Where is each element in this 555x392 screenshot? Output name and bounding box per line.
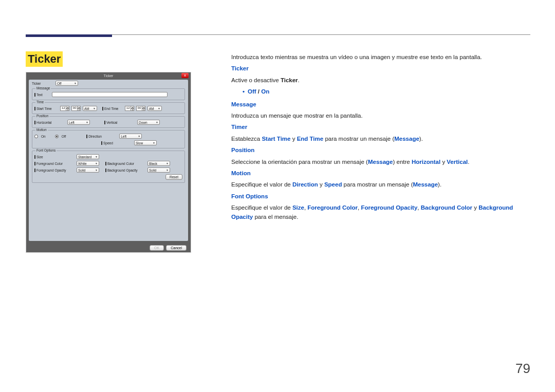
page-number: 79 <box>515 361 530 377</box>
motion-fieldset: Motion <box>35 128 48 132</box>
fg-color-label: Foreground Color <box>36 162 63 165</box>
header-accent <box>26 34 112 37</box>
fg-opacity-label: Foreground Opacity <box>36 169 66 172</box>
fg-color-select[interactable]: White▼ <box>77 161 99 166</box>
fg-opacity-select[interactable]: Solid▼ <box>77 167 99 173</box>
off-label: Off <box>62 135 66 138</box>
end-hour-stepper[interactable]: 12▴▾ <box>125 106 134 111</box>
description-column: Introduzca texto mientras se muestra un … <box>231 52 528 224</box>
size-select[interactable]: Standard▼ <box>77 154 99 159</box>
motion-off-radio[interactable] <box>55 135 59 138</box>
direction-label: Direction <box>88 135 102 138</box>
timer-heading: Timer <box>231 122 528 132</box>
message-heading: Message <box>231 100 528 109</box>
motion-heading: Motion <box>231 169 528 178</box>
start-min-stepper[interactable]: 00▴▾ <box>71 106 81 111</box>
on-label: On <box>41 135 46 138</box>
cancel-button[interactable]: Cancel <box>166 245 187 251</box>
dialog-title: Ticker <box>26 74 191 78</box>
end-time-label: End Time <box>104 107 118 110</box>
message-desc: Introduzca un mensaje que mostrar en la … <box>231 111 528 120</box>
end-min-stepper[interactable]: 00▴▾ <box>136 106 145 111</box>
vertical-label: Vertical <box>106 121 117 124</box>
motion-on-radio[interactable] <box>34 135 38 138</box>
off-on-option: •Off / On <box>231 87 528 96</box>
ok-button[interactable]: OK <box>150 245 164 251</box>
font-options-fieldset: Font Options <box>35 148 57 152</box>
font-options-heading: Font Options <box>231 192 528 201</box>
end-ampm-select[interactable]: AM▼ <box>147 106 162 111</box>
bg-opacity-label: Background Opacity <box>107 169 138 172</box>
reset-button[interactable]: Reset <box>165 174 182 180</box>
section-heading: Ticker <box>26 51 63 67</box>
text-label: Text <box>36 93 43 97</box>
bg-opacity-select[interactable]: Solid▼ <box>147 167 170 173</box>
speed-label: Speed <box>103 141 113 145</box>
ticker-heading: Ticker <box>231 64 528 73</box>
horizontal-select[interactable]: Left▼ <box>67 120 90 125</box>
horizontal-label: Horizontal <box>36 121 51 124</box>
time-fieldset: Time <box>35 100 45 104</box>
message-fieldset: Message <box>35 86 51 90</box>
size-label: Size <box>36 155 43 159</box>
ticker-dialog-screenshot: Ticker x Ticker Off▼ Message Text Time S… <box>26 72 191 253</box>
timer-desc: Establezca Start Time y End Time para mo… <box>231 134 528 143</box>
position-fieldset: Position <box>35 114 49 118</box>
close-icon[interactable]: x <box>181 73 189 78</box>
ticker-label: Ticker <box>32 82 53 85</box>
bg-color-select[interactable]: Black▼ <box>147 161 170 166</box>
start-time-label: Start Time <box>36 107 52 110</box>
message-input[interactable] <box>52 92 168 97</box>
start-ampm-select[interactable]: AM▼ <box>83 106 97 111</box>
position-heading: Position <box>231 145 528 155</box>
position-desc: Seleccione la orientación para mostrar u… <box>231 157 528 166</box>
speed-select[interactable]: Slow▼ <box>134 140 157 145</box>
bg-color-label: Background Color <box>107 162 134 165</box>
direction-select[interactable]: Left▼ <box>119 134 142 139</box>
start-hour-stepper[interactable]: 12▴▾ <box>60 106 69 111</box>
ticker-desc: Active o desactive Ticker. <box>231 76 528 85</box>
motion-desc: Especifique el valor de Direction y Spee… <box>231 180 528 189</box>
vertical-select[interactable]: Down▼ <box>137 120 160 125</box>
intro-text: Introduzca texto mientras se muestra un … <box>231 52 528 62</box>
font-options-desc: Especifique el valor de Size, Foreground… <box>231 203 528 222</box>
ticker-select[interactable]: Off▼ <box>55 81 78 86</box>
